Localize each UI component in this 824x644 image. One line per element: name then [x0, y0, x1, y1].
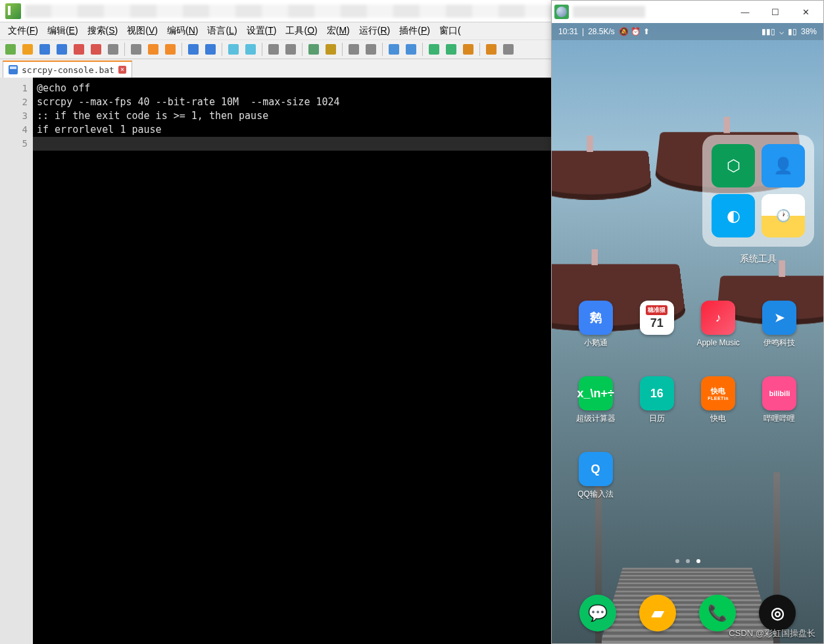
menu-item[interactable]: 宏(M)	[323, 24, 354, 38]
app-icon: ♪	[701, 301, 735, 335]
app-label: 日历	[649, 414, 665, 432]
macro-play-button[interactable]	[443, 41, 459, 57]
paste-button[interactable]	[162, 41, 178, 57]
maximize-button[interactable]: ☐	[760, 2, 790, 22]
close-button[interactable]	[71, 41, 87, 57]
app-71[interactable]: 稳准狠71	[631, 301, 683, 357]
zoom-out-button[interactable]	[283, 41, 299, 57]
app-哔哩哔哩[interactable]: bilibili哔哩哔哩	[753, 376, 806, 432]
app-QQ输入法[interactable]: QQQ输入法	[570, 452, 622, 508]
line-number: 3	[0, 109, 28, 123]
app-label: 小鹅通	[584, 338, 608, 357]
sync-button[interactable]	[306, 41, 322, 57]
minimize-button[interactable]: —	[730, 2, 760, 22]
app-icon: 16	[640, 376, 674, 410]
app-伊鸣科技[interactable]: ➤伊鸣科技	[753, 301, 806, 357]
page-dot-active[interactable]	[696, 559, 700, 563]
tab-label: scrcpy-console.bat	[22, 65, 114, 75]
copy-button[interactable]	[145, 41, 161, 57]
close-icon	[74, 44, 84, 55]
dock-sms[interactable]: ▰	[639, 595, 676, 632]
app-icon: 快电FLEETin	[701, 376, 735, 410]
menu-item[interactable]: 插件(P)	[395, 24, 434, 38]
folder1-icon	[486, 44, 497, 55]
macro-stop-button[interactable]	[460, 41, 476, 57]
folder-system-tools[interactable]: ⬡ 👤 ◐ 🕐	[702, 135, 814, 247]
wrap-button[interactable]	[403, 41, 419, 57]
zoom-in-button[interactable]	[266, 41, 281, 57]
page-indicator[interactable]	[552, 559, 823, 563]
save-icon	[39, 44, 50, 55]
save-all-button[interactable]	[54, 41, 70, 57]
editor[interactable]: 12345 @echo off scrcpy --max-fps 40 --bi…	[0, 78, 551, 644]
app-快电[interactable]: 快电FLEETin快电	[692, 376, 744, 432]
toolbar-separator	[479, 43, 480, 56]
redo-button[interactable]	[203, 41, 218, 57]
dock-camera[interactable]: ◎	[759, 595, 796, 632]
status-net: 28.5K/s	[588, 27, 615, 36]
folder1-button[interactable]	[483, 41, 499, 57]
app-icon: Q	[579, 452, 613, 486]
menu-item[interactable]: 设置(T)	[243, 24, 281, 38]
macro-rec-icon	[429, 44, 439, 55]
app-小鹅通[interactable]: 鹅小鹅通	[570, 301, 622, 357]
page-dot[interactable]	[686, 559, 690, 563]
open-button[interactable]	[20, 41, 36, 57]
print-icon	[108, 44, 118, 55]
app-icon: x_\n+÷	[579, 376, 613, 410]
indent-guide-button[interactable]	[386, 41, 402, 57]
line-number: 1	[0, 82, 28, 95]
line-number: 2	[0, 95, 28, 109]
dock-phone[interactable]: 📞	[699, 595, 736, 632]
tab-scrcpy-console[interactable]: scrcpy-console.bat ×	[3, 61, 132, 78]
phone-screen[interactable]: 10:31 | 28.5K/s 🔕 ⏰ ⬆ ▮▮▯ ⌵ ▮▯ 38% ⬡ 👤 ◐…	[552, 23, 823, 643]
macro-rec-button[interactable]	[426, 41, 442, 57]
folder-app-4[interactable]: 🕐	[762, 194, 805, 237]
scrcpy-title-blur	[573, 6, 645, 18]
code-line: :: if the exit code is >= 1, then pause	[37, 110, 268, 122]
close-all-button[interactable]	[88, 41, 104, 57]
menu-item[interactable]: 编码(N)	[163, 24, 202, 38]
copy-icon	[148, 44, 158, 55]
menu-item[interactable]: 文件(F)	[4, 24, 42, 38]
menu-item[interactable]: 语言(L)	[203, 24, 241, 38]
dock-wechat[interactable]: 💬	[579, 595, 616, 632]
app-Apple Music[interactable]: ♪Apple Music	[692, 301, 744, 357]
folder-app-2[interactable]: 👤	[762, 144, 805, 187]
macro-stop-icon	[463, 44, 473, 55]
cut-button[interactable]	[128, 41, 144, 57]
save-button[interactable]	[37, 41, 53, 57]
replace-button[interactable]	[243, 41, 258, 57]
app-超级计算器[interactable]: x_\n+÷超级计算器	[570, 376, 622, 432]
tab-close-icon[interactable]: ×	[118, 66, 126, 74]
toolbar-separator	[222, 43, 222, 56]
app-icon	[5, 3, 21, 19]
print-button[interactable]	[105, 41, 121, 57]
scrcpy-titlebar[interactable]: — ☐ ✕	[552, 1, 823, 23]
ws2-button[interactable]	[363, 41, 379, 57]
folder-app-1[interactable]: ⬡	[712, 144, 755, 187]
menu-item[interactable]: 搜索(S)	[84, 24, 122, 38]
app-日历[interactable]: 16日历	[631, 376, 683, 432]
toolbar-separator	[422, 43, 423, 56]
code-area[interactable]: @echo off scrcpy --max-fps 40 --bit-rate…	[33, 78, 551, 644]
menu-item[interactable]: 工具(O)	[281, 24, 321, 38]
find-button[interactable]	[226, 41, 241, 57]
menu-item[interactable]: 窗口(	[435, 24, 465, 38]
signal-icon: ▮▮▯	[762, 27, 775, 36]
ws1-button[interactable]	[346, 41, 362, 57]
bookmark-button[interactable]	[323, 41, 339, 57]
folder2-button[interactable]	[500, 41, 516, 57]
menu-item[interactable]: 视图(V)	[123, 24, 162, 38]
page-dot[interactable]	[675, 559, 679, 563]
close-button[interactable]: ✕	[790, 2, 821, 22]
menu-item[interactable]: 运行(R)	[355, 24, 394, 38]
folder-app-3[interactable]: ◐	[712, 194, 755, 237]
undo-button[interactable]	[185, 41, 201, 57]
menu-item[interactable]: 编辑(E)	[43, 24, 82, 38]
bookmark-icon	[326, 44, 336, 55]
app-icon: 稳准狠71	[640, 301, 674, 335]
zoom-in-icon	[268, 44, 279, 55]
new-button[interactable]	[3, 41, 18, 57]
redo-icon	[205, 44, 216, 55]
